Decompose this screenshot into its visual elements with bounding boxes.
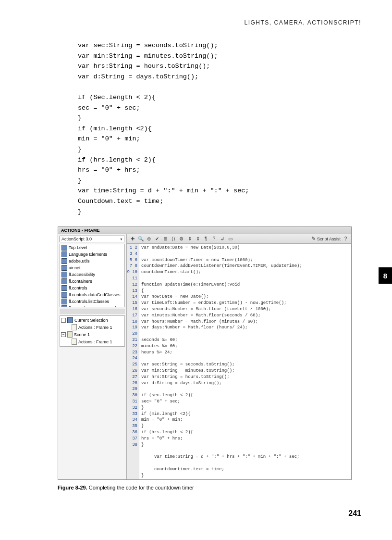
package-icon <box>61 272 67 277</box>
ide-screenshot: ACTIONS - FRAME ActionScript 3.0 ▼ Top L… <box>58 226 352 480</box>
panel-title: ACTIONS - FRAME <box>58 227 351 234</box>
tree-item: adobe.utils <box>60 258 124 264</box>
scene-icon <box>67 331 73 338</box>
dropdown-label: ActionScript 3.0 <box>61 237 92 241</box>
script-assist-button[interactable]: ✎Script Assist <box>311 236 341 242</box>
package-icon <box>61 245 67 251</box>
tree-item: air.net <box>60 264 124 271</box>
frame-icon <box>72 324 77 330</box>
selection-icon <box>67 317 73 323</box>
scene-tree[interactable]: −Current Selection Actions : Frame 1 −Sc… <box>60 315 125 347</box>
find-icon[interactable]: 🔍 <box>137 236 144 242</box>
tree-item: fl.controls.dataGridClasses <box>60 291 124 298</box>
code-text[interactable]: var endDate:Date = new Date(2010,0,30) v… <box>139 244 351 479</box>
comment-icon[interactable]: ¶ <box>203 236 209 242</box>
expand-icon[interactable]: ⇕ <box>195 236 201 242</box>
package-tree[interactable]: Top Level Language Elements adobe.utils … <box>60 244 125 307</box>
package-icon <box>61 299 67 304</box>
collapse-icon[interactable]: ⇕ <box>186 236 193 242</box>
page-number: 241 <box>348 509 361 518</box>
chapter-tab: 8 <box>379 267 392 284</box>
code-editor[interactable]: 1 2 3 4 5 6 7 8 9 10 11 12 13 14 15 16 1… <box>127 244 351 479</box>
running-head: LIGHTS, CAMERA, ACTIONSCRIPT! <box>24 19 361 26</box>
help-icon[interactable]: ? <box>211 236 217 242</box>
code-listing: var sec:String = seconds.toString(); var… <box>78 40 361 217</box>
wrap-icon[interactable]: ↲ <box>219 236 225 242</box>
package-icon <box>61 292 67 298</box>
wand-icon: ✎ <box>311 236 316 242</box>
target-icon[interactable]: ⊕ <box>146 236 152 242</box>
format-icon[interactable]: ≣ <box>162 236 168 242</box>
package-icon <box>61 278 67 284</box>
tree-item: fl.containers <box>60 278 124 285</box>
tree-item: Language Elements <box>60 251 124 258</box>
tree-item: fl.accessibility <box>60 271 124 278</box>
figure-caption: Figure 8-29. Completing the code for the… <box>58 485 361 490</box>
tree-item: Top Level <box>60 244 124 251</box>
collapse-icon[interactable]: − <box>61 318 66 323</box>
chevron-down-icon: ▼ <box>120 238 123 241</box>
editor-toolbar: ✚ 🔍 ⊕ ✔ ≣ ⟨⟩ ⚙ ⇕ ⇕ ¶ ? ↲ ▭ ✎Script Assis… <box>127 234 351 244</box>
tree-item: fl.controls <box>60 285 124 291</box>
hint-icon[interactable]: ⟨⟩ <box>170 236 176 242</box>
options-icon[interactable]: ▭ <box>227 236 233 242</box>
help-round-icon[interactable]: ? <box>343 236 349 242</box>
package-icon <box>61 258 67 264</box>
debug-icon[interactable]: ⚙ <box>178 236 184 242</box>
collapse-icon[interactable]: − <box>61 332 66 337</box>
package-icon <box>61 251 67 257</box>
scrollbar[interactable] <box>60 309 125 314</box>
package-icon <box>61 285 67 291</box>
package-icon <box>61 265 67 271</box>
frame-icon <box>72 339 77 345</box>
add-icon[interactable]: ✚ <box>129 236 135 242</box>
language-dropdown[interactable]: ActionScript 3.0 ▼ <box>60 236 125 242</box>
tree-item: fl.controls.progressBarClasses <box>60 305 124 307</box>
check-icon[interactable]: ✔ <box>154 236 160 242</box>
package-icon <box>61 305 67 307</box>
line-gutter: 1 2 3 4 5 6 7 8 9 10 11 12 13 14 15 16 1… <box>127 244 139 479</box>
tree-item: fl.controls.listClasses <box>60 298 124 305</box>
